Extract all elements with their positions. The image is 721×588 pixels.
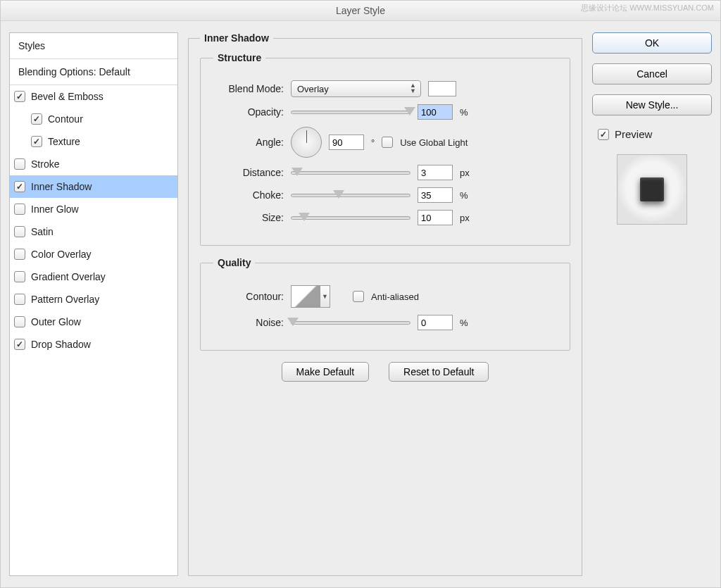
style-label: Bevel & Emboss	[31, 91, 104, 102]
style-checkbox[interactable]	[14, 339, 25, 350]
style-label: Drop Shadow	[31, 339, 91, 350]
dialog-body: Styles Blending Options: Default Bevel &…	[1, 21, 720, 587]
style-label: Stroke	[31, 158, 59, 170]
slider-thumb-icon[interactable]	[299, 213, 310, 221]
style-checkbox[interactable]	[31, 113, 42, 125]
opacity-row: Opacity: %	[213, 104, 557, 120]
style-row-texture[interactable]: Texture	[10, 130, 177, 153]
global-light-checkbox[interactable]	[382, 137, 393, 148]
opacity-label: Opacity:	[213, 106, 284, 118]
style-row-drop-shadow[interactable]: Drop Shadow	[10, 333, 177, 356]
style-label: Gradient Overlay	[31, 271, 106, 282]
slider-thumb-icon[interactable]	[287, 318, 299, 326]
style-checkbox[interactable]	[14, 158, 25, 170]
contour-label: Contour:	[213, 291, 284, 302]
style-row-bevel-emboss[interactable]: Bevel & Emboss	[10, 85, 177, 108]
quality-legend: Quality	[213, 257, 255, 268]
style-label: Texture	[48, 136, 80, 147]
angle-input[interactable]	[329, 135, 364, 150]
style-checkbox[interactable]	[14, 249, 25, 260]
opacity-input[interactable]	[418, 104, 453, 120]
distance-input[interactable]	[418, 165, 453, 180]
size-unit: px	[460, 213, 470, 223]
shadow-color-swatch[interactable]	[428, 81, 456, 96]
style-row-pattern-overlay[interactable]: Pattern Overlay	[10, 288, 177, 311]
size-label: Size:	[213, 212, 284, 223]
distance-slider[interactable]	[291, 171, 410, 175]
global-light-label: Use Global Light	[400, 137, 468, 148]
styles-header[interactable]: Styles	[10, 33, 177, 58]
distance-label: Distance:	[213, 167, 284, 178]
effect-title: Inner Shadow	[200, 32, 273, 44]
opacity-slider[interactable]	[291, 111, 410, 114]
antialiased-label: Anti-aliased	[371, 292, 419, 302]
contour-dropdown-icon[interactable]: ▼	[320, 285, 330, 308]
choke-label: Choke:	[213, 189, 284, 201]
choke-slider[interactable]	[291, 194, 410, 197]
style-row-outer-glow[interactable]: Outer Glow	[10, 311, 177, 333]
style-label: Satin	[31, 226, 54, 237]
style-checkbox[interactable]	[14, 226, 25, 237]
blend-mode-row: Blend Mode: Overlay ▲▼	[213, 80, 557, 97]
style-row-gradient-overlay[interactable]: Gradient Overlay	[10, 265, 177, 288]
watermark-text: 思缘设计论坛 WWW.MISSYUAN.COM	[581, 3, 714, 13]
preview-thumbnail	[617, 154, 687, 225]
styles-panel: Styles Blending Options: Default Bevel &…	[9, 32, 178, 576]
style-row-contour[interactable]: Contour	[10, 108, 177, 130]
action-panel: OK Cancel New Style... Preview	[592, 32, 712, 576]
choke-unit: %	[460, 190, 468, 201]
cancel-button[interactable]: Cancel	[592, 63, 712, 85]
style-label: Inner Shadow	[31, 181, 92, 192]
styles-list: Bevel & EmbossContourTextureStrokeInner …	[10, 85, 177, 575]
blend-mode-label: Blend Mode:	[213, 83, 284, 94]
opacity-unit: %	[460, 107, 468, 118]
preview-toggle-row: Preview	[592, 128, 712, 140]
noise-input[interactable]	[418, 315, 453, 330]
noise-slider[interactable]	[291, 321, 410, 325]
style-checkbox[interactable]	[14, 294, 25, 305]
preview-label: Preview	[615, 128, 652, 140]
size-slider[interactable]	[291, 216, 410, 220]
angle-row: Angle: ° Use Global Light	[213, 127, 557, 158]
style-label: Color Overlay	[31, 249, 92, 260]
distance-row: Distance: px	[213, 165, 557, 180]
style-row-color-overlay[interactable]: Color Overlay	[10, 243, 177, 265]
reset-default-button[interactable]: Reset to Default	[389, 362, 489, 382]
choke-row: Choke: %	[213, 187, 557, 203]
style-checkbox[interactable]	[14, 271, 25, 282]
style-checkbox[interactable]	[31, 136, 42, 147]
structure-legend: Structure	[213, 52, 265, 63]
slider-thumb-icon[interactable]	[291, 168, 303, 176]
contour-row: Contour: ▼ Anti-aliased	[213, 285, 557, 308]
choke-input[interactable]	[418, 187, 453, 203]
style-label: Contour	[48, 113, 83, 125]
slider-thumb-icon[interactable]	[333, 190, 344, 199]
style-row-inner-shadow[interactable]: Inner Shadow	[10, 175, 177, 198]
style-checkbox[interactable]	[14, 204, 25, 215]
new-style-button[interactable]: New Style...	[592, 94, 712, 115]
style-row-satin[interactable]: Satin	[10, 220, 177, 243]
size-row: Size: px	[213, 210, 557, 225]
style-checkbox[interactable]	[14, 91, 25, 102]
size-input[interactable]	[418, 210, 453, 225]
make-default-button[interactable]: Make Default	[282, 362, 369, 382]
angle-label: Angle:	[213, 137, 284, 148]
blend-mode-select[interactable]: Overlay ▲▼	[291, 80, 421, 97]
preview-checkbox[interactable]	[598, 129, 609, 140]
style-row-inner-glow[interactable]: Inner Glow	[10, 198, 177, 220]
noise-label: Noise:	[213, 317, 284, 328]
blending-options-row[interactable]: Blending Options: Default	[10, 58, 177, 85]
antialiased-checkbox[interactable]	[353, 291, 364, 302]
contour-picker[interactable]	[291, 285, 320, 308]
style-checkbox[interactable]	[14, 316, 25, 327]
distance-unit: px	[460, 168, 470, 178]
quality-group: Quality Contour: ▼ Anti-aliased Noise:	[200, 257, 570, 351]
style-row-stroke[interactable]: Stroke	[10, 153, 177, 175]
effect-settings-panel: Inner Shadow Structure Blend Mode: Overl…	[188, 32, 582, 576]
style-checkbox[interactable]	[14, 181, 25, 192]
ok-button[interactable]: OK	[592, 32, 712, 54]
effect-outer-group: Inner Shadow Structure Blend Mode: Overl…	[188, 32, 582, 576]
angle-dial[interactable]	[291, 127, 322, 158]
style-label: Outer Glow	[31, 316, 81, 327]
slider-thumb-icon[interactable]	[404, 107, 415, 115]
